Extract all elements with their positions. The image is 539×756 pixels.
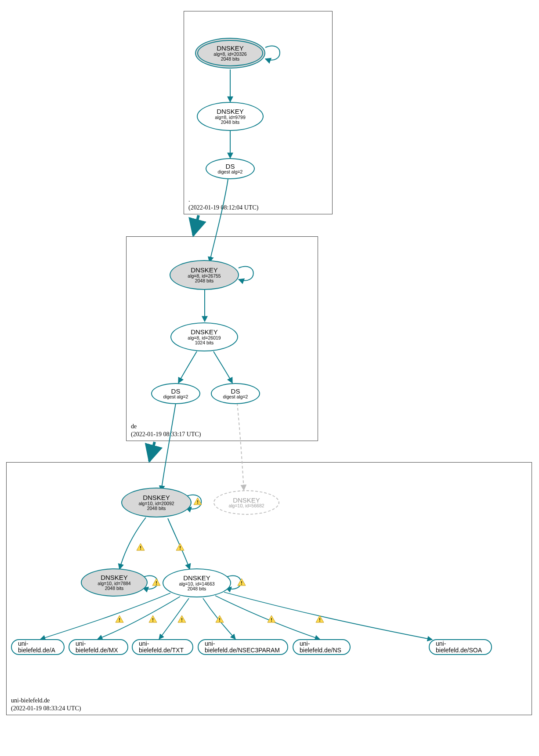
svg-text:!: ! <box>271 617 272 622</box>
warn-icon: ! <box>237 578 246 586</box>
warn-icon: ! <box>193 497 202 505</box>
record-txt: uni-bielefeld.de/TXT <box>132 639 193 655</box>
node-alg: digest alg=2 <box>163 394 188 399</box>
node-title: DNSKEY <box>101 574 128 581</box>
node-bits: 2048 bits <box>195 279 214 283</box>
svg-text:!: ! <box>179 545 181 550</box>
node-dom-7884: DNSKEY alg=10, id=7884 2048 bits <box>81 568 148 597</box>
record-soa: uni-bielefeld.de/SOA <box>429 639 492 655</box>
svg-text:!: ! <box>181 617 183 622</box>
node-dom-missing: DNSKEY alg=10, id=56682 <box>213 490 279 515</box>
svg-text:!: ! <box>152 617 154 622</box>
record-label: uni-bielefeld.de/A <box>18 640 58 653</box>
svg-text:!: ! <box>197 499 199 505</box>
record-ns: uni-bielefeld.de/NS <box>293 639 351 655</box>
svg-text:!: ! <box>140 545 141 550</box>
node-de-ds1: DS digest alg=2 <box>151 383 200 404</box>
node-alg: digest alg=2 <box>218 170 243 174</box>
node-bits: 2048 bits <box>188 586 206 591</box>
node-bits: 2048 bits <box>105 586 124 591</box>
record-label: uni-bielefeld.de/MX <box>76 640 121 653</box>
node-title: DNSKEY <box>143 494 170 501</box>
node-title: DNSKEY <box>217 45 244 52</box>
node-root-zsk: DNSKEY alg=8, id=9799 2048 bits <box>197 102 264 131</box>
record-label: uni-bielefeld.de/SOA <box>436 640 485 653</box>
node-de-ds2: DS digest alg=2 <box>211 383 260 404</box>
warn-icon: ! <box>177 615 186 623</box>
node-title: DNSKEY <box>191 267 218 274</box>
node-title: DNSKEY <box>183 575 210 582</box>
node-de-zsk: DNSKEY alg=8, id=26019 1024 bits <box>170 322 238 351</box>
warn-icon: ! <box>115 615 124 623</box>
warn-icon: ! <box>176 543 184 551</box>
warn-icon: ! <box>136 543 145 551</box>
node-root-ds: DS digest alg=2 <box>206 158 255 179</box>
node-title: DS <box>226 163 235 170</box>
node-root-ksk: DNSKEY alg=8, id=20326 2048 bits <box>195 38 265 69</box>
warn-icon: ! <box>148 615 157 623</box>
node-title: DS <box>171 388 181 395</box>
warn-icon: ! <box>267 615 276 623</box>
node-title: DS <box>231 388 240 395</box>
record-label: uni-bielefeld.de/TXT <box>139 640 186 653</box>
svg-text:!: ! <box>241 580 242 586</box>
svg-text:!: ! <box>219 617 221 622</box>
record-a: uni-bielefeld.de/A <box>11 639 65 655</box>
record-mx: uni-bielefeld.de/MX <box>69 639 128 655</box>
record-label: uni-bielefeld.de/NS <box>300 640 344 653</box>
warn-icon: ! <box>315 615 324 623</box>
node-bits: 2048 bits <box>221 120 240 125</box>
svg-text:!: ! <box>156 580 157 586</box>
node-title: DNSKEY <box>233 497 260 504</box>
record-label: uni-bielefeld.de/NSEC3PARAM <box>205 640 281 653</box>
node-dom-zsk: DNSKEY alg=10, id=14663 2048 bits <box>163 568 231 597</box>
svg-text:!: ! <box>119 617 120 622</box>
node-title: DNSKEY <box>217 108 244 115</box>
svg-text:!: ! <box>319 617 321 622</box>
node-de-ksk: DNSKEY alg=8, id=26755 2048 bits <box>170 260 239 290</box>
node-alg: alg=10, id=56682 <box>228 503 264 508</box>
node-bits: 1024 bits <box>195 340 214 345</box>
record-nsec3param: uni-bielefeld.de/NSEC3PARAM <box>198 639 288 655</box>
warn-icon: ! <box>152 578 161 586</box>
node-alg: digest alg=2 <box>223 394 248 399</box>
node-title: DNSKEY <box>191 329 218 336</box>
node-bits: 2048 bits <box>221 57 240 61</box>
node-bits: 2048 bits <box>147 506 166 511</box>
node-dom-ksk: DNSKEY alg=10, id=20092 2048 bits <box>121 488 192 517</box>
warn-icon: ! <box>215 615 224 623</box>
